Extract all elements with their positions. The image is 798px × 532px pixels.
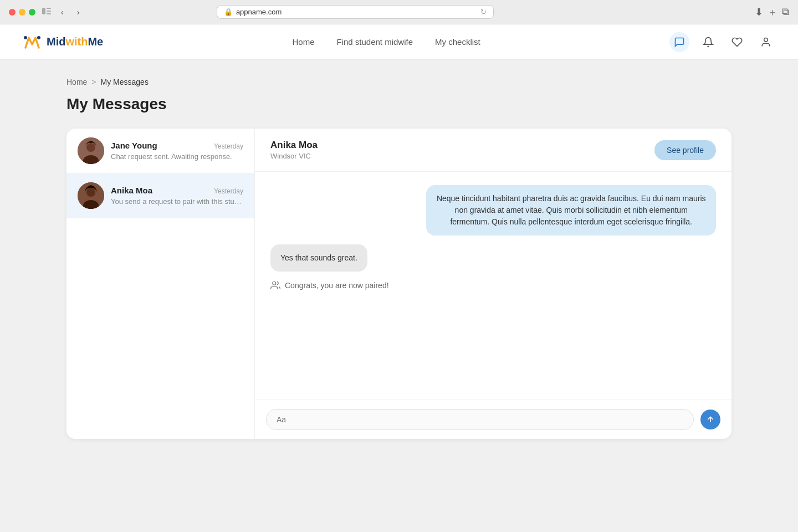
reload-icon[interactable]: ↻ <box>480 8 487 16</box>
conversation-time-jane: Yesterday <box>214 142 243 150</box>
chat-header: Anika Moa Windsor VIC See profile <box>255 129 732 172</box>
svg-point-8 <box>86 143 95 152</box>
logo-icon <box>22 32 42 52</box>
avatar-anika <box>78 182 104 209</box>
minimize-dot[interactable] <box>19 9 25 16</box>
conversation-item-jane[interactable]: Jane Young Yesterday Chat request sent. … <box>66 129 254 173</box>
nav-icons <box>669 32 776 52</box>
svg-rect-2 <box>47 11 51 12</box>
messages-container: Jane Young Yesterday Chat request sent. … <box>66 129 732 439</box>
breadcrumb-current: My Messages <box>101 78 149 86</box>
conversation-name-jane: Jane Young <box>111 141 157 150</box>
nav-home[interactable]: Home <box>292 37 314 47</box>
address-bar[interactable]: 🔒 appname.com ↻ <box>217 5 494 19</box>
lock-icon: 🔒 <box>224 8 233 16</box>
svg-rect-1 <box>47 8 51 9</box>
svg-point-6 <box>764 38 768 42</box>
page-title: My Messages <box>66 95 732 113</box>
chat-messages: Neque tincidunt habitant pharetra duis a… <box>255 172 732 400</box>
breadcrumb-home[interactable]: Home <box>66 78 87 86</box>
send-button[interactable] <box>700 410 720 429</box>
conversation-item-anika[interactable]: Anika Moa Yesterday You send a request t… <box>66 173 254 218</box>
conversation-preview-anika: You send a request to pair with this stu… <box>111 197 243 206</box>
svg-rect-0 <box>42 8 45 14</box>
conversation-info-anika: Anika Moa Yesterday You send a request t… <box>111 186 243 206</box>
paired-icon <box>270 280 280 290</box>
conversation-name-anika: Anika Moa <box>111 186 152 195</box>
browser-action-icons: ⬇ ＋ ⧉ <box>755 6 789 19</box>
maximize-dot[interactable] <box>29 9 35 16</box>
download-icon[interactable]: ⬇ <box>755 6 763 18</box>
breadcrumb-separator: > <box>91 78 96 86</box>
browser-chrome: ‹ › 🔒 appname.com ↻ ⬇ ＋ ⧉ <box>0 0 798 24</box>
svg-point-13 <box>273 282 276 285</box>
conversation-info-jane: Jane Young Yesterday Chat request sent. … <box>111 141 243 161</box>
message-sent: Yes that sounds great. <box>270 244 367 272</box>
chat-contact-name: Anika Moa <box>270 140 318 151</box>
close-dot[interactable] <box>9 9 16 16</box>
url-text: appname.com <box>236 8 282 16</box>
forward-button[interactable]: › <box>74 7 83 18</box>
conversation-preview-jane: Chat request sent. Awaiting response. <box>111 152 243 161</box>
system-message-text: Congrats, you are now paired! <box>285 281 389 290</box>
browser-window-controls <box>9 9 35 16</box>
breadcrumb: Home > My Messages <box>66 78 732 86</box>
see-profile-button[interactable]: See profile <box>654 140 716 160</box>
avatar-jane <box>78 137 104 164</box>
conversation-time-anika: Yesterday <box>214 187 243 195</box>
profile-icon-button[interactable] <box>756 32 776 52</box>
tabs-icon[interactable]: ⧉ <box>782 6 789 18</box>
logo: MidwithMe <box>22 32 103 52</box>
chat-contact-info: Anika Moa Windsor VIC <box>270 140 318 160</box>
add-tab-icon[interactable]: ＋ <box>768 6 777 19</box>
messages-icon-button[interactable] <box>669 32 689 52</box>
favorites-icon-button[interactable] <box>727 32 747 52</box>
nav-links: Home Find student midwife My checklist <box>292 37 480 47</box>
conversation-list: Jane Young Yesterday Chat request sent. … <box>66 129 255 439</box>
chat-area: Anika Moa Windsor VIC See profile Neque … <box>255 129 732 439</box>
back-button[interactable]: ‹ <box>58 7 67 18</box>
svg-point-4 <box>24 36 27 39</box>
chat-input[interactable] <box>266 409 694 430</box>
chat-input-area <box>255 400 732 439</box>
send-icon <box>706 415 715 424</box>
chat-contact-location: Windsor VIC <box>270 152 318 160</box>
svg-rect-3 <box>47 13 51 14</box>
logo-text: MidwithMe <box>47 35 103 48</box>
message-received: Neque tincidunt habitant pharetra duis a… <box>426 185 716 236</box>
sidebar-toggle-button[interactable] <box>42 8 51 16</box>
nav-checklist[interactable]: My checklist <box>435 37 480 47</box>
svg-point-11 <box>86 188 95 197</box>
nav-find-midwife[interactable]: Find student midwife <box>336 37 413 47</box>
notifications-icon-button[interactable] <box>698 32 718 52</box>
page-content: Home > My Messages My Messages <box>0 60 798 532</box>
svg-point-5 <box>37 36 40 39</box>
system-message: Congrats, you are now paired! <box>270 280 389 290</box>
app-nav: MidwithMe Home Find student midwife My c… <box>0 24 798 60</box>
